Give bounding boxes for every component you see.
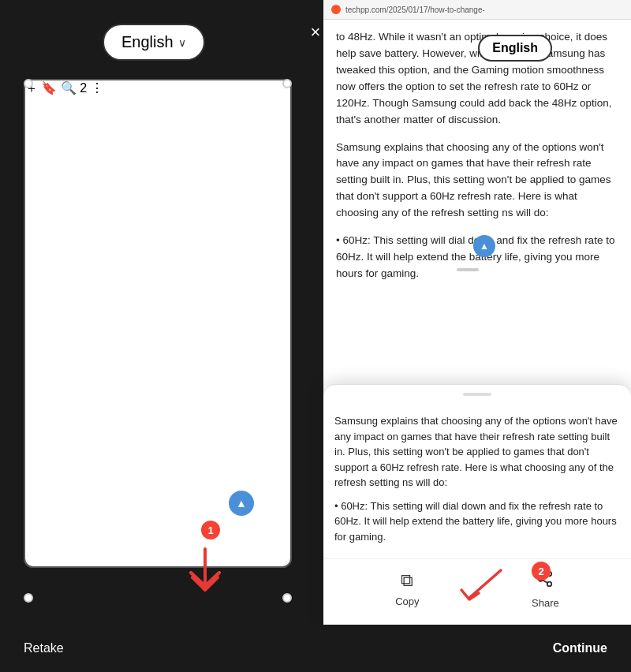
english-badge-label: English [492, 41, 538, 54]
crop-handle-top-right[interactable] [282, 79, 292, 88]
retake-label: Retake [24, 641, 64, 655]
step-badge-1: 1 [201, 521, 220, 539]
right-paragraph-2: Samsung explains that choosing any of th… [336, 140, 618, 222]
bottom-action-bar: Retake Continue [0, 625, 631, 672]
crop-handle-bottom-left[interactable] [24, 593, 33, 603]
close-button[interactable]: × [311, 22, 321, 43]
right-browser-bar: techpp.com/2025/01/17/how-to-change- [323, 0, 631, 20]
copy-icon: ⧉ [401, 570, 413, 591]
crop-handle-bottom-right[interactable] [282, 593, 292, 603]
chevron-up-icon-right: ▲ [480, 241, 489, 252]
svg-line-4 [543, 580, 547, 583]
language-label: English [121, 33, 174, 51]
right-brave-icon [331, 5, 341, 14]
step-1-number: 1 [207, 525, 213, 536]
browser-toolbar: ＋ 🔖 🔍 2 ⋮ [24, 79, 292, 568]
chevron-down-icon: ∨ [178, 36, 186, 49]
step-badge-2: 2 [532, 562, 551, 581]
right-url-text: techpp.com/2025/01/17/how-to-change- [345, 6, 485, 14]
more-options-icon[interactable]: ⋮ [91, 81, 103, 95]
svg-line-6 [469, 570, 501, 598]
bookmark-icon[interactable]: 🔖 [41, 81, 57, 95]
arrow-to-copy [454, 566, 509, 609]
scroll-up-button-left[interactable]: ▲ [229, 491, 254, 516]
close-icon: × [311, 22, 321, 42]
sheet-paragraph: Samsung explains that choosing any of th… [334, 413, 620, 491]
english-badge-right: English [478, 35, 552, 62]
retake-button[interactable]: Retake [24, 641, 64, 655]
continue-button[interactable]: Continue [553, 641, 607, 655]
chevron-up-icon: ▲ [236, 497, 247, 510]
copy-action[interactable]: ⧉ Copy [395, 570, 419, 609]
scroll-up-button-right[interactable]: ▲ [473, 235, 495, 257]
search-icon[interactable]: 🔍 [61, 81, 77, 95]
sheet-drag-handle [463, 393, 491, 396]
copy-label: Copy [395, 595, 419, 607]
tab-count-badge[interactable]: 2 [80, 81, 87, 95]
sheet-text-content: Samsung explains that choosing any of th… [323, 407, 631, 558]
right-paragraph-1: to 48Hz. While it wasn't an optimal gami… [336, 29, 618, 129]
arrow-indicator [181, 543, 245, 609]
step-2-number: 2 [538, 566, 543, 577]
scroll-position-indicator [457, 268, 479, 271]
crop-handle-top-left[interactable] [24, 79, 33, 88]
language-selector[interactable]: English ∨ [103, 24, 205, 61]
sheet-bullet: • 60Hz: This setting will dial down and … [334, 498, 620, 545]
share-label: Share [532, 597, 559, 609]
continue-label: Continue [553, 641, 607, 655]
